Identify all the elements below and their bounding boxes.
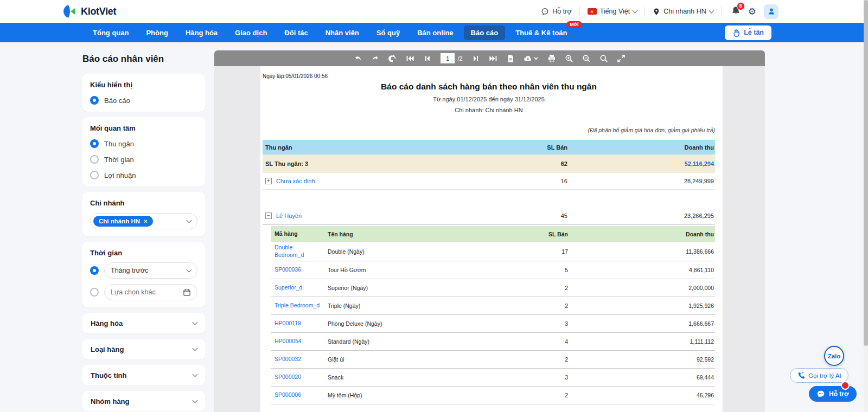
product-row: Superior_d Superior (Ngày) 2 2,000,000	[271, 279, 715, 297]
remove-chip-icon[interactable]: ×	[144, 218, 148, 224]
user-avatar[interactable]	[764, 4, 778, 19]
radio-loi-nhuan[interactable]: Lợi nhuận	[90, 171, 197, 179]
radio-label: Lợi nhuận	[104, 171, 136, 179]
report-created-at: Ngày lập:05/01/2026 00:56	[263, 73, 715, 79]
product-code-link[interactable]: HP000054	[271, 338, 322, 345]
radio-bao-cao[interactable]: Báo cáo	[90, 96, 197, 105]
product-revenue: 1,666,667	[568, 320, 715, 327]
previous-page-button[interactable]	[423, 54, 432, 63]
nav-thue-ke-toan-label: Thuế & Kế toán	[515, 29, 567, 37]
product-revenue: 2,000,000	[568, 285, 715, 291]
product-row: Double Bedroom_d Double (Ngày) 17 11,386…	[271, 242, 715, 261]
product-code-link[interactable]: Triple Bedroom_d	[271, 302, 322, 310]
report-note: (Đã phân bổ giảm giá hóa đơn, giảm giá p…	[263, 127, 715, 133]
section-label: Loại hàng	[91, 345, 124, 353]
zoom-out-button[interactable]	[582, 54, 591, 63]
language-selector[interactable]: ★ Tiếng Việt	[588, 8, 637, 15]
ai-assistant-call-button[interactable]: Gọi trợ lý AI	[790, 368, 848, 383]
page-total-label: /2	[457, 55, 462, 62]
redo-button[interactable]	[371, 54, 380, 63]
nav-doi-tac[interactable]: Đối tác	[277, 25, 315, 40]
product-subtable: Mã hàng Tên hàng SL Bán Doanh thu Double…	[271, 226, 715, 404]
section-label: Thuộc tính	[91, 371, 126, 379]
product-code-link[interactable]: HP000119	[271, 320, 322, 327]
divider	[644, 7, 645, 16]
col-product-qty: SL Bán	[503, 231, 568, 237]
divider	[721, 7, 722, 16]
next-page-button[interactable]	[471, 54, 480, 63]
col-cashier: Thu ngân	[263, 144, 502, 151]
nav-tong-quan[interactable]: Tổng quan	[86, 25, 136, 40]
radio-thu-ngan[interactable]: Thu ngân	[90, 139, 197, 148]
nav-thue-ke-toan[interactable]: Thuế & Kế toán Mới	[508, 25, 574, 40]
chevron-down-icon	[187, 267, 192, 273]
radio-thoi-gian[interactable]: Thời gian	[90, 155, 197, 164]
nav-phong[interactable]: Phòng	[139, 25, 175, 40]
chevron-down-icon	[187, 218, 192, 223]
section-nhom-hang[interactable]: Nhóm hàng	[82, 391, 205, 411]
undo-button[interactable]	[354, 54, 362, 63]
section-hang-hoa[interactable]: Hàng hóa	[82, 313, 205, 333]
refresh-button[interactable]	[388, 54, 397, 63]
product-name: Tour Hồ Gươm	[322, 267, 503, 273]
vietnam-flag-icon: ★	[588, 8, 597, 15]
notifications-button[interactable]: 8	[731, 6, 741, 17]
expand-group-link[interactable]: + Chưa xác định	[265, 178, 502, 184]
product-name: Triple (Ngày)	[322, 302, 503, 309]
product-qty: 3	[503, 374, 568, 381]
collapse-icon[interactable]: −	[265, 213, 272, 219]
radio-icon	[90, 155, 99, 164]
cloud-download-button[interactable]	[524, 54, 539, 63]
collapse-group-link[interactable]: − Lê Huyền	[265, 213, 502, 219]
nav-bao-cao[interactable]: Báo cáo	[464, 25, 506, 40]
export-document-button[interactable]	[506, 54, 515, 63]
zalo-chat-button[interactable]: Zalo	[824, 346, 844, 366]
nav-so-quy[interactable]: Sổ quỹ	[369, 25, 407, 40]
branch-chip[interactable]: Chi nhánh HN ×	[93, 216, 153, 227]
branch-selector[interactable]: Chi nhánh HN	[653, 8, 713, 16]
col-product-revenue: Doanh thu	[568, 231, 715, 237]
last-page-button[interactable]	[489, 54, 497, 63]
report-date-range: Từ ngày 01/12/2025 đến ngày 31/12/2025	[263, 96, 715, 102]
branch-multiselect[interactable]: Chi nhánh HN ×	[90, 213, 197, 229]
logo-text: KiotViet	[81, 6, 116, 17]
product-code-link[interactable]: Superior_d	[271, 284, 322, 292]
reception-button[interactable]: Lễ tân	[725, 25, 771, 40]
fullscreen-button[interactable]	[617, 54, 626, 63]
product-code-link[interactable]: SP000032	[271, 356, 322, 363]
product-qty: 4	[503, 338, 568, 345]
concern-title: Mối quan tâm	[90, 124, 197, 132]
radio-custom-time[interactable]	[90, 288, 99, 297]
time-preset-select[interactable]: Tháng trước	[104, 262, 197, 279]
page-number-input[interactable]	[441, 53, 455, 63]
report-viewer: /2 Ngày lập:05/01/2026 00:56 Báo cáo dan…	[214, 50, 765, 412]
scrollbar-thumb[interactable]	[864, 0, 868, 346]
help-menu[interactable]: Hỗ trợ	[541, 8, 571, 16]
nav-ban-online[interactable]: Bán online	[410, 25, 460, 40]
section-thuoc-tinh[interactable]: Thuộc tính	[82, 365, 205, 385]
radio-preset-time[interactable]	[90, 266, 99, 275]
support-label: Hỗ trợ	[829, 390, 849, 398]
product-name: Mỳ tôm (Hộp)	[322, 392, 503, 398]
expand-icon[interactable]: +	[265, 178, 272, 184]
nav-hang-hoa[interactable]: Hàng hóa	[178, 25, 225, 40]
product-code-link[interactable]: SP000036	[271, 266, 322, 274]
zoom-in-button[interactable]	[565, 54, 573, 63]
support-chat-button[interactable]: Hỗ trợ	[809, 386, 857, 402]
kiotviet-logo[interactable]: KiotViet	[62, 4, 116, 18]
first-page-button[interactable]	[406, 54, 414, 63]
search-button[interactable]	[599, 54, 608, 63]
print-button[interactable]	[547, 54, 556, 63]
nav-giao-dich[interactable]: Giao dịch	[228, 25, 274, 40]
product-row: HP000054 Standard (Ngày) 4 1,111,112	[271, 333, 715, 351]
time-custom-input[interactable]: Lựa chọn khác	[104, 284, 197, 300]
product-code-link[interactable]: Double Bedroom_d	[271, 244, 322, 259]
product-code-link[interactable]: SP000006	[271, 391, 322, 399]
nav-nhan-vien[interactable]: Nhân viên	[318, 25, 366, 40]
report-filters-sidebar: Báo cáo nhân viên Kiểu hiển thị Báo cáo …	[82, 42, 205, 412]
section-loai-hang[interactable]: Loại hàng	[82, 339, 205, 359]
settings-gear-icon[interactable]: ⚙	[748, 7, 756, 16]
page-scrollbar[interactable]	[864, 0, 868, 412]
product-code-link[interactable]: SP000020	[271, 374, 322, 381]
concern-card: Mối quan tâm Thu ngân Thời gian Lợi nhuậ…	[82, 117, 205, 186]
